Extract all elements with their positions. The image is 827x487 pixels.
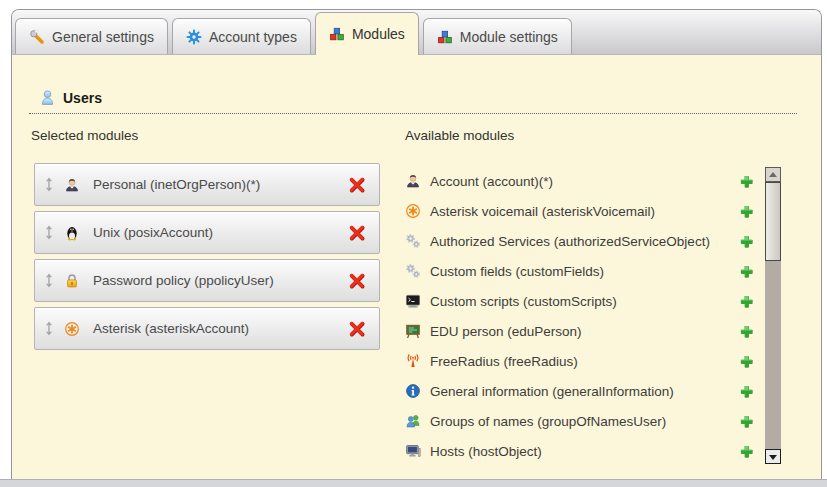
add-module-button[interactable] <box>739 354 754 369</box>
module-label: Asterisk voicemail (asteriskVoicemail) <box>430 204 655 219</box>
add-module-button[interactable] <box>739 294 754 309</box>
selected-module-row[interactable]: Asterisk (asteriskAccount) <box>34 307 380 350</box>
cubes-icon <box>437 29 453 45</box>
add-module-button[interactable] <box>739 204 754 219</box>
module-label: EDU person (eduPerson) <box>430 324 582 339</box>
available-module-row: Asterisk voicemail (asteriskVoicemail) <box>405 196 754 226</box>
add-module-button[interactable] <box>739 444 754 459</box>
asterisk-icon <box>64 321 80 337</box>
config-panel: General settings Account types Modules M… <box>11 9 822 480</box>
remove-module-button[interactable] <box>348 224 366 242</box>
selected-module-row[interactable]: Password policy (ppolicyUser) <box>34 259 380 302</box>
person-icon <box>64 177 80 193</box>
add-module-button[interactable] <box>739 324 754 339</box>
green-plus-icon <box>739 234 754 249</box>
red-x-icon <box>348 224 366 242</box>
available-modules-scrollbar[interactable] <box>765 167 781 464</box>
module-label: Hosts (hostObject) <box>430 444 542 459</box>
tab-account-types[interactable]: Account types <box>172 18 311 54</box>
tab-label: Module settings <box>460 29 558 45</box>
drag-handle-icon[interactable] <box>44 273 54 288</box>
green-plus-icon <box>739 264 754 279</box>
available-module-row: Custom scripts (customScripts) <box>405 286 754 316</box>
module-label: Password policy (ppolicyUser) <box>93 273 274 288</box>
asterisk-icon <box>405 203 421 219</box>
module-label: Groups of names (groupOfNamesUser) <box>430 414 666 429</box>
remove-module-button[interactable] <box>348 272 366 290</box>
scrollbar-thumb[interactable] <box>765 182 781 261</box>
red-x-icon <box>348 272 366 290</box>
red-x-icon <box>348 320 366 338</box>
group-icon <box>405 413 421 429</box>
available-module-row: Authorized Services (authorizedServiceOb… <box>405 226 754 256</box>
available-module-row: Hosts (hostObject) <box>405 436 754 466</box>
module-label: General information (generalInformation) <box>430 384 674 399</box>
module-label: Personal (inetOrgPerson)(*) <box>93 177 260 192</box>
module-label: Account (account)(*) <box>430 174 553 189</box>
drag-handle-icon[interactable] <box>44 177 54 192</box>
add-module-button[interactable] <box>739 234 754 249</box>
selected-modules-list: Personal (inetOrgPerson)(*) Unix (posixA… <box>34 163 380 355</box>
module-label: Custom fields (customFields) <box>430 264 604 279</box>
green-plus-icon <box>739 174 754 189</box>
gears-icon <box>405 233 421 249</box>
section-title: Users <box>63 90 102 106</box>
green-plus-icon <box>739 384 754 399</box>
tab-general-settings[interactable]: General settings <box>15 18 168 54</box>
antenna-icon <box>405 353 421 369</box>
lock-icon <box>64 273 80 289</box>
green-plus-icon <box>739 294 754 309</box>
available-module-row: General information (generalInformation) <box>405 376 754 406</box>
green-plus-icon <box>739 354 754 369</box>
remove-module-button[interactable] <box>348 320 366 338</box>
green-plus-icon <box>739 444 754 459</box>
green-plus-icon <box>739 414 754 429</box>
add-module-button[interactable] <box>739 414 754 429</box>
modules-tab-content: Users Selected modules Available modules… <box>12 55 821 480</box>
available-module-row: Custom fields (customFields) <box>405 256 754 286</box>
add-module-button[interactable] <box>739 264 754 279</box>
selected-module-row[interactable]: Unix (posixAccount) <box>34 211 380 254</box>
gear-icon <box>186 29 202 45</box>
available-module-row: EDU person (eduPerson) <box>405 316 754 346</box>
selected-module-row[interactable]: Personal (inetOrgPerson)(*) <box>34 163 380 206</box>
add-module-button[interactable] <box>739 384 754 399</box>
module-label: Authorized Services (authorizedServiceOb… <box>430 234 710 249</box>
drag-handle-icon[interactable] <box>44 321 54 336</box>
available-module-row: Account (account)(*) <box>405 166 754 196</box>
available-module-row: FreeRadius (freeRadius) <box>405 346 754 376</box>
add-module-button[interactable] <box>739 174 754 189</box>
available-modules-heading: Available modules <box>405 128 514 143</box>
wrench-icon <box>29 29 45 45</box>
tab-label: Account types <box>209 29 297 45</box>
gears-icon <box>405 263 421 279</box>
available-modules-list: Account (account)(*) Asterisk voicemail … <box>405 166 754 466</box>
green-plus-icon <box>739 204 754 219</box>
terminal-icon <box>405 293 421 309</box>
chalkboard-icon <box>405 323 421 339</box>
scroll-down-button[interactable] <box>765 449 781 464</box>
module-label: FreeRadius (freeRadius) <box>430 354 578 369</box>
tab-module-settings[interactable]: Module settings <box>423 18 572 54</box>
person-icon <box>405 173 421 189</box>
module-label: Unix (posixAccount) <box>93 225 213 240</box>
module-label: Custom scripts (customScripts) <box>430 294 617 309</box>
tab-label: Modules <box>352 26 405 42</box>
users-section-header: Users <box>29 89 797 114</box>
page-bottom-strip <box>0 479 827 487</box>
cubes-icon <box>329 26 345 42</box>
monitor-icon <box>405 443 421 459</box>
drag-handle-icon[interactable] <box>44 225 54 240</box>
user-icon <box>39 89 56 107</box>
remove-module-button[interactable] <box>348 176 366 194</box>
info-icon <box>405 383 421 399</box>
tab-modules[interactable]: Modules <box>315 12 419 55</box>
scroll-up-button[interactable] <box>765 167 781 182</box>
tab-label: General settings <box>52 29 154 45</box>
green-plus-icon <box>739 324 754 339</box>
available-module-row: Groups of names (groupOfNamesUser) <box>405 406 754 436</box>
module-label: Asterisk (asteriskAccount) <box>93 321 249 336</box>
tab-bar: General settings Account types Modules M… <box>12 10 821 55</box>
red-x-icon <box>348 176 366 194</box>
selected-modules-heading: Selected modules <box>31 128 138 143</box>
